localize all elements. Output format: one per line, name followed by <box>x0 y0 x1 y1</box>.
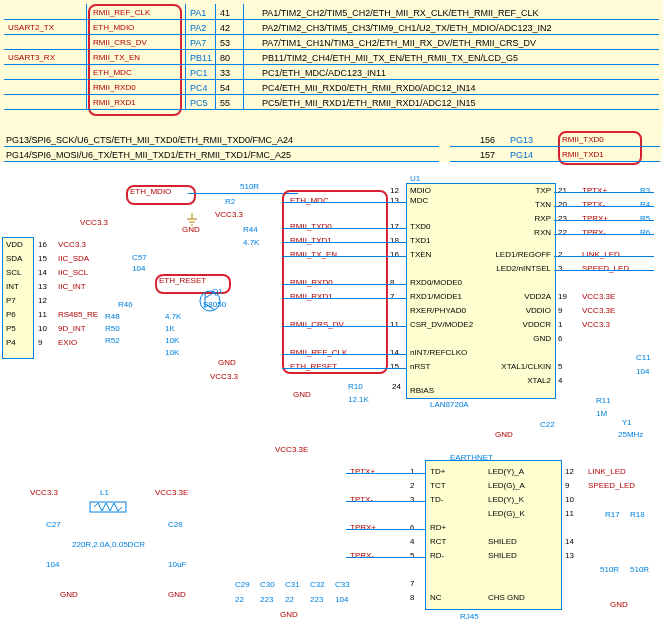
rn1-pin: PG14 <box>510 150 533 160</box>
rn1-net: RMII_TXD1 <box>562 150 604 159</box>
lc-p5: P5 <box>6 324 16 333</box>
r17-ref: R17 <box>605 510 620 519</box>
svg-point-0 <box>200 291 220 311</box>
mp6: 7 <box>390 292 394 301</box>
u1r6: LED2/nINTSEL <box>496 264 551 273</box>
l1-val: 220R,2.0A,0.05DCR <box>72 540 145 549</box>
u1r3: RXN <box>534 228 551 237</box>
u1rp2: 23 <box>558 214 567 223</box>
mn7: RMII_CRS_DV <box>290 320 344 329</box>
mn9: ETH_RESET <box>290 362 337 371</box>
rjrp1: 9 <box>565 481 569 490</box>
r10-val: 12.1K <box>348 395 369 404</box>
rn0-net: RMII_TXD0 <box>562 135 604 144</box>
u1r13: XTAL1/CLKIN <box>501 362 551 371</box>
tptx+: TPTX+ <box>350 467 375 476</box>
lc-s6: 9D_INT <box>58 324 86 333</box>
r48-val: 4.7K <box>165 312 181 321</box>
l1-ref: L1 <box>100 488 109 497</box>
gnd-6: GND <box>168 590 186 599</box>
c29-val: 22 <box>235 595 244 604</box>
mp5: 8 <box>390 278 394 287</box>
u1rp5: 2 <box>558 250 562 259</box>
gnd-icon <box>186 213 198 227</box>
eth-mdio-net: ETH_MDIO <box>130 187 171 196</box>
rjl0: 1 <box>410 467 414 476</box>
r48: R48 <box>105 312 120 321</box>
rjrp6: 13 <box>565 551 574 560</box>
u1r11: GND <box>533 334 551 343</box>
rjl6: 7 <box>410 579 414 588</box>
lc-n0: 16 <box>38 240 47 249</box>
gnd-3: GND <box>293 390 311 399</box>
gnd-7: GND <box>280 610 298 619</box>
rjl3: 6 <box>410 523 414 532</box>
gnd-5: GND <box>60 590 78 599</box>
r11-ref: R11 <box>596 396 611 405</box>
u1l15: RBIAS <box>410 386 434 395</box>
tprx-: TPRX- <box>350 551 374 560</box>
rjll5: RD- <box>430 551 444 560</box>
c28-val: 10uF <box>168 560 186 569</box>
lc-sda: SDA <box>6 254 22 263</box>
y1-val: 25MHz <box>618 430 643 439</box>
rn0-num: 156 <box>480 135 495 145</box>
rjrl0: LED(Y)_A <box>488 467 524 476</box>
lc-n6: 10 <box>38 324 47 333</box>
lc-s7: EXIO <box>58 338 77 347</box>
c31-val: 22 <box>285 595 294 604</box>
c28-ref: C28 <box>168 520 183 529</box>
u1-part: LAN8720A <box>430 400 469 409</box>
rjll1: TCT <box>430 481 446 490</box>
u1l0: MDIO <box>410 186 431 195</box>
u1-ref: U1 <box>410 174 420 183</box>
u1r0: TXP <box>535 186 551 195</box>
c33-ref: C33 <box>335 580 350 589</box>
speedled2: SPEED_LED <box>588 481 635 490</box>
lc-s5: RS485_RE <box>58 310 98 319</box>
rn1-num: 157 <box>480 150 495 160</box>
u1l10: CSR_DV/MODE2 <box>410 320 473 329</box>
c11-ref: C11 <box>636 353 651 362</box>
u1l12: nINT/REFCLKO <box>410 348 467 357</box>
c32-val: 223 <box>310 595 323 604</box>
mp9: 15 <box>390 362 399 371</box>
vcc33-4: VCC3.3 <box>30 488 58 497</box>
lc-p7: P7 <box>6 296 16 305</box>
lc-p4: P4 <box>6 338 16 347</box>
mp3: 18 <box>390 236 399 245</box>
below-line-1: PG14/SPI6_MOSI/U6_TX/ETH_MII_TXD1/ETH_RM… <box>6 150 291 160</box>
u1rp10: 1 <box>558 320 562 329</box>
u1l4: TXD1 <box>410 236 430 245</box>
mn1: ETH_MDC <box>290 196 329 205</box>
u1l5: TXEN <box>410 250 431 259</box>
lc-s3: IIC_INT <box>58 282 86 291</box>
vcc33-2: VCC3.3 <box>80 218 108 227</box>
c22-ref: C22 <box>540 420 555 429</box>
rjl5: 5 <box>410 551 414 560</box>
rn8: VCC3.3E <box>582 292 615 301</box>
rjl4: 4 <box>410 537 414 546</box>
u1l3: TXD0 <box>410 222 430 231</box>
tprx+: TPRX+ <box>350 523 376 532</box>
r50-val: 1K <box>165 324 175 333</box>
mn5: RMII_RXD0 <box>290 278 333 287</box>
rn9: VCC3.3E <box>582 306 615 315</box>
u1r10: VDDCR <box>523 320 551 329</box>
c30-ref: C30 <box>260 580 275 589</box>
rn10: VCC3.3 <box>582 320 610 329</box>
r52: R52 <box>105 336 120 345</box>
vcc33-3: VCC3.3 <box>210 372 238 381</box>
u1l1: MDC <box>410 196 428 205</box>
mp4: 16 <box>390 250 399 259</box>
lc-n7: 9 <box>38 338 42 347</box>
earthnet: EARTHNET <box>450 453 493 462</box>
u1rp14: 4 <box>558 376 562 385</box>
r2-val: 510R <box>240 182 259 191</box>
r18-val: 510R <box>630 565 649 574</box>
lc-n5: 11 <box>38 310 47 319</box>
c30-val: 223 <box>260 595 273 604</box>
vcc33e-2: VCC3.3E <box>275 445 308 454</box>
r52b-val: 10K <box>165 348 179 357</box>
r50: R50 <box>105 324 120 333</box>
